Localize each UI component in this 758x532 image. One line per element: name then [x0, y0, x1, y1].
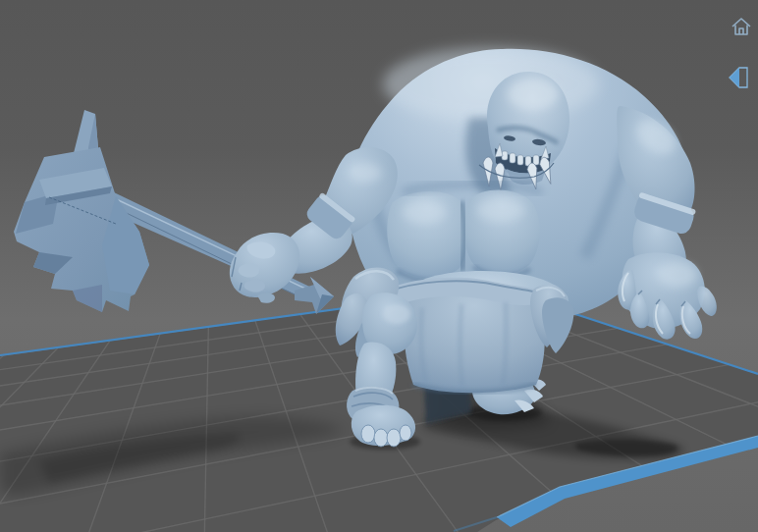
- home-button[interactable]: [727, 12, 756, 41]
- nav-back-button[interactable]: [725, 63, 754, 92]
- viewport-canvas[interactable]: [0, 0, 758, 532]
- house-icon: [730, 15, 753, 38]
- pentagon-left-arrow-icon: [727, 64, 752, 91]
- scene-render: [0, 0, 758, 532]
